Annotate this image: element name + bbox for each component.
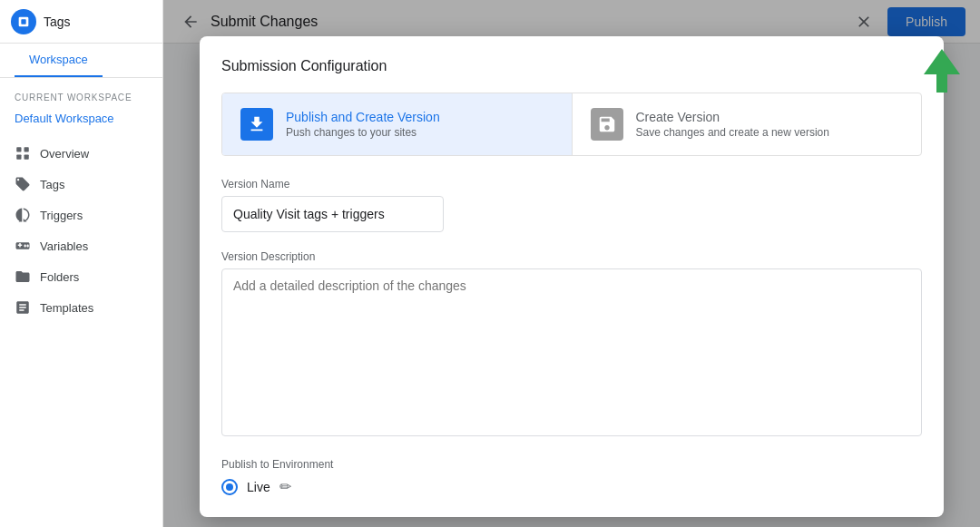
sidebar-item-overview[interactable]: Overview <box>0 138 155 169</box>
overlay-backdrop: Submission Configuration Publish and Cre… <box>163 0 980 527</box>
variables-icon <box>15 238 31 254</box>
gtm-logo <box>11 9 36 34</box>
config-options: Publish and Create Version Push changes … <box>221 93 922 156</box>
env-name-label: Live <box>247 480 270 494</box>
create-version-option[interactable]: Create Version Save changes and create a… <box>573 93 922 155</box>
svg-rect-3 <box>24 147 29 151</box>
sidebar-section-label: CURRENT WORKSPACE <box>0 78 162 106</box>
sidebar-item-variables[interactable]: Variables <box>0 230 155 261</box>
svg-rect-1 <box>21 19 25 24</box>
version-name-field-group: Version Name <box>221 178 922 232</box>
svg-marker-6 <box>924 49 960 93</box>
sidebar-app-name: Tags <box>44 15 71 29</box>
templates-icon <box>15 299 31 316</box>
sidebar-item-folders[interactable]: Folders <box>0 261 155 292</box>
publish-env-section: Publish to Environment Live ✏ <box>221 458 922 495</box>
version-name-input[interactable] <box>221 196 444 232</box>
sidebar-nav: Overview Tags Triggers Variables Folders <box>0 138 162 323</box>
version-description-label: Version Description <box>221 250 922 263</box>
triggers-icon <box>15 207 31 223</box>
svg-rect-2 <box>16 147 21 151</box>
sidebar-item-variables-label: Variables <box>40 239 88 253</box>
publish-create-text: Publish and Create Version Push changes … <box>286 110 440 139</box>
version-name-label: Version Name <box>221 178 922 190</box>
env-edit-icon[interactable]: ✏ <box>279 478 291 495</box>
publish-create-desc: Push changes to your sites <box>286 126 440 139</box>
create-version-icon <box>591 108 623 141</box>
version-description-field-group: Version Description <box>221 250 922 440</box>
create-version-label: Create Version <box>636 110 829 124</box>
publish-create-option[interactable]: Publish and Create Version Push changes … <box>222 93 573 155</box>
sidebar-item-overview-label: Overview <box>40 147 89 161</box>
svg-rect-5 <box>24 155 29 160</box>
env-radio-inner <box>226 483 233 491</box>
sidebar: Tags Workspace CURRENT WORKSPACE Default… <box>0 0 163 527</box>
publish-env-label: Publish to Environment <box>221 458 922 471</box>
dialog-title: Submission Configuration <box>221 58 922 74</box>
green-arrow-indicator <box>918 47 965 98</box>
create-version-desc: Save changes and create a new version <box>636 126 829 139</box>
env-radio[interactable] <box>221 479 238 495</box>
sidebar-item-tags-label: Tags <box>40 178 64 191</box>
sidebar-header: Tags <box>0 0 162 44</box>
dialog: Submission Configuration Publish and Cre… <box>200 36 944 517</box>
sidebar-item-triggers[interactable]: Triggers <box>0 200 155 230</box>
tag-icon <box>15 176 31 192</box>
sidebar-item-templates-label: Templates <box>40 301 93 315</box>
grid-icon <box>15 145 31 161</box>
workspace-tab[interactable]: Workspace <box>15 44 103 77</box>
publish-icon <box>240 108 273 141</box>
publish-create-label: Publish and Create Version <box>286 110 440 124</box>
main-area: Submit Changes Publish Submission Config… <box>163 0 980 527</box>
sidebar-workspace-name[interactable]: Default Workspace <box>0 106 162 131</box>
workspace-tab-bar: Workspace <box>0 44 162 78</box>
version-description-input[interactable] <box>221 268 922 436</box>
sidebar-item-triggers-label: Triggers <box>40 209 83 222</box>
svg-rect-4 <box>16 155 21 160</box>
env-row: Live ✏ <box>221 478 922 495</box>
sidebar-item-templates[interactable]: Templates <box>0 292 155 323</box>
folder-icon <box>15 268 31 285</box>
sidebar-item-folders-label: Folders <box>40 270 79 284</box>
sidebar-item-tags[interactable]: Tags <box>0 169 155 200</box>
create-version-text: Create Version Save changes and create a… <box>636 110 829 139</box>
